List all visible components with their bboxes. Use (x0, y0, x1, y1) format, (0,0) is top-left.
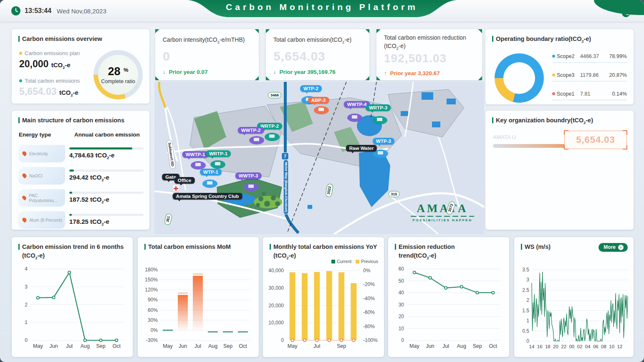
kpi-value: 5,654.03 (273, 49, 326, 63)
reduction-chart: 0102030405060MayJunJulAugSepOct (391, 265, 506, 350)
total-value: 5,654.03 (19, 86, 57, 97)
svg-text:-60%: -60% (363, 309, 375, 315)
map-facility-label[interactable]: WWTP-3 (235, 172, 262, 179)
map-facility-label[interactable]: WTP-1 (200, 169, 222, 175)
svg-text:May: May (409, 343, 419, 349)
yoy-chart: 010,00020,00030,00040,0000%-20%-40%-60%-… (266, 265, 381, 350)
kpi-delta: ↓ Prior year 395,169.76 (273, 69, 336, 75)
complete-ratio-gauge: 28 % Complete ratio (93, 50, 143, 99)
svg-text:Aug: Aug (81, 343, 90, 349)
structure-row: Electricity 4,784.63 tCO2-e (18, 142, 144, 165)
svg-text:60%: 60% (148, 307, 158, 313)
svg-text:May: May (163, 343, 173, 349)
map-facility-label[interactable]: WRTP-1 (206, 150, 231, 157)
amata-logo: AMATA POSSIBILITIES HAPPEN (405, 202, 480, 222)
motorway-badge: 7 (281, 152, 289, 160)
keyorg-title: Key organization boundry(tCO2-e) (492, 116, 593, 126)
keyorg-value-box: 5,654.03 (564, 131, 627, 149)
svg-text:180%: 180% (145, 267, 158, 273)
svg-text:1: 1 (25, 319, 28, 325)
flame-icon (21, 150, 27, 156)
kpi-title: Total carbon emission reduction (tCO2-e) (384, 34, 466, 51)
svg-text:-100%: -100% (363, 337, 378, 343)
emission-bar (69, 192, 144, 194)
keyorg-value: 5,654.03 (576, 134, 615, 145)
energy-type-chip: Electricity (18, 145, 65, 162)
header-corner-decoration (594, 0, 644, 15)
scope-legend: Scope24466.3778.99% Scope31179.8620.87% … (552, 50, 627, 106)
svg-text:18: 18 (545, 344, 551, 349)
trend6-chart: 01234MayJunJulAugSepOct (15, 265, 129, 350)
svg-text:1: 1 (526, 318, 529, 324)
map-facility-label[interactable]: Raw Water (346, 145, 377, 152)
emission-value: 187.52 tCO2-e (69, 196, 144, 204)
map-facility-label[interactable]: Office (174, 177, 195, 184)
svg-text:Jul: Jul (194, 343, 201, 349)
kpi-emission-reduction: Total carbon emission reduction (tCO2-e)… (376, 29, 482, 80)
chart-title: Monthly total carbon emissions YoY (tCO2… (270, 243, 377, 261)
svg-text:-20%: -20% (363, 281, 375, 287)
map-facility-label[interactable]: WWTP-2 (238, 127, 264, 134)
title-ribbon: Carbon Monitoring Platform (184, 0, 460, 18)
kpi-value: 192,501.03 (384, 52, 447, 65)
svg-text:Sep: Sep (472, 343, 482, 349)
road-number-badge: 361 (164, 213, 172, 225)
svg-text:1.5: 1.5 (522, 308, 529, 314)
overview-card: Carbon emissions overview Carbon emissio… (12, 29, 149, 104)
svg-text:Sep: Sep (337, 343, 346, 349)
road-number-badge: 315 (388, 191, 399, 197)
ws-card: WS (m/s) More› 00.511.522.533.5141618202… (514, 237, 634, 357)
up-arrow-icon: ↑ (384, 70, 387, 76)
flame-icon (21, 195, 27, 201)
chart-title: Carbon emission trend in 6 months (tCO2-… (18, 243, 124, 261)
chevron-right-icon: › (618, 245, 624, 250)
down-arrow-icon: ↓ (273, 69, 276, 75)
svg-text:Jul: Jul (66, 343, 73, 349)
kpi-carbon-intensity: Carbon intensity(tCO2-e/mTHB) 0 ↓ Prior … (155, 29, 259, 80)
svg-text:Jun: Jun (426, 343, 434, 349)
svg-text:Jun: Jun (179, 343, 187, 349)
page-title: Carbon Monitoring Platform (184, 2, 460, 12)
road-number-badge: 3022 (325, 183, 333, 197)
road-name-label: Motor Way (Bangkok-Chonburi) (283, 159, 289, 215)
plan-label: Carbon emissions plan (25, 50, 80, 56)
svg-text:20: 20 (553, 344, 558, 349)
map-facility-label[interactable]: WRTP-3 (366, 104, 391, 111)
legend-dot-icon (552, 73, 555, 76)
plant-icon (314, 106, 329, 114)
map-facility-label[interactable]: WWTP-1 (182, 151, 209, 158)
svg-text:16: 16 (537, 344, 543, 349)
plant-icon (210, 160, 225, 169)
gauge-caption: Complete ratio (101, 78, 135, 84)
svg-text:150%: 150% (145, 277, 158, 283)
svg-text:10,000: 10,000 (268, 320, 284, 326)
svg-text:0.5: 0.5 (522, 328, 529, 334)
svg-text:-40%: -40% (363, 296, 375, 301)
emission-bar (69, 147, 144, 149)
svg-text:00: 00 (569, 344, 574, 349)
map-facility-label[interactable]: WTP-3 (373, 138, 394, 144)
chart-title: WS (m/s) (521, 243, 551, 251)
plant-icon (191, 161, 206, 170)
svg-text:May: May (33, 343, 43, 349)
svg-text:3: 3 (526, 277, 529, 283)
map-facility-label[interactable]: ABP-3 (308, 97, 329, 104)
industrial-map: AMATA POSSIBILITIES HAPPEN WTP-2ABP-3WWT… (154, 82, 484, 233)
kpi-value: 0 (163, 49, 170, 63)
svg-text:0: 0 (281, 337, 284, 343)
flame-icon (21, 172, 27, 178)
scope-legend-row: Scope17.810.14% (552, 88, 627, 100)
svg-text:Oct: Oct (239, 343, 247, 349)
map-facility-label[interactable]: WTP-2 (300, 85, 322, 92)
more-button[interactable]: More› (599, 243, 628, 252)
plan-stat: Carbon emissions plan 20,000 tCO2-e (19, 50, 80, 70)
plant-icon (372, 116, 387, 124)
trend6-card: Carbon emission trend in 6 months (tCO2-… (12, 237, 133, 357)
reduction-card: Emission reduction trend(tCO2-e) 0102030… (388, 237, 509, 357)
svg-text:0: 0 (526, 338, 529, 344)
kpi-delta: ↓ Prior year 0.07 (163, 69, 208, 75)
scope-legend-row: Scope31179.8620.87% (552, 69, 627, 81)
plant-icon (249, 136, 264, 144)
overview-title: Carbon emissions overview (18, 35, 102, 43)
map-facility-label[interactable]: Amata Spring Country Club (173, 193, 242, 200)
